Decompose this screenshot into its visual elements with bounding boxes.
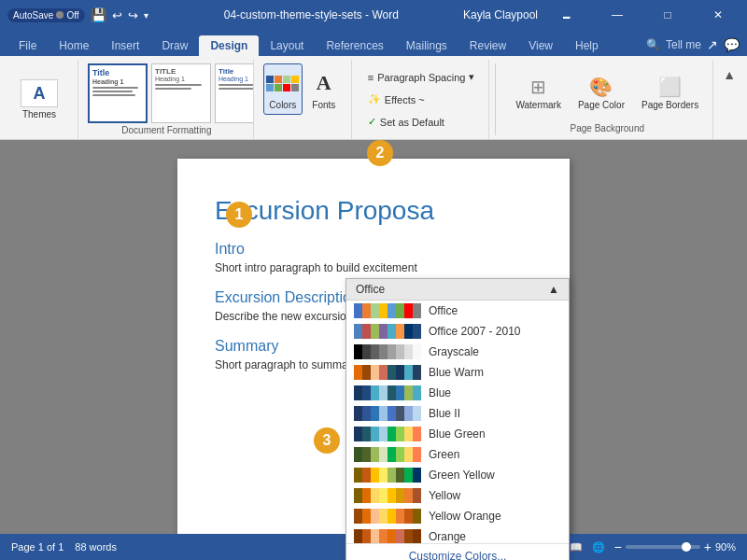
color-item-label: Office [429,304,458,317]
dropdown-header: Office ▲ [346,279,569,301]
dropdown-item-blue-warm[interactable]: Blue Warm [346,362,569,383]
autosave-dot [56,11,63,19]
zoom-control[interactable]: − + 90% [614,539,736,554]
paragraph-spacing-icon: ≡ [368,72,374,83]
zoom-out-btn[interactable]: − [614,539,622,554]
ribbon-divider [495,63,496,135]
dropdown-item-orange[interactable]: Orange [346,526,569,543]
page-borders-label: Page Borders [641,100,698,110]
color-item-label: Green [429,448,459,461]
color-strip [354,468,421,483]
undo-icon[interactable]: ↩ [112,8,122,22]
step-1-circle: 1 [226,202,252,228]
save-icon[interactable]: 💾 [91,7,106,22]
title-bar: AutoSave Off 💾 ↩ ↪ ▾ 04-custom-theme-sty… [0,0,747,30]
page-info: Page 1 of 1 [11,541,63,553]
dropdown-item-green[interactable]: Green [346,444,569,465]
search-icon[interactable]: 🔍 [646,38,660,51]
themes-icon: A [21,79,58,107]
minimize-btn[interactable]: — [596,0,639,30]
color-strip [354,427,421,441]
dropdown-item-office[interactable]: Office [346,301,569,321]
tab-draw[interactable]: Draw [150,35,199,56]
tab-insert[interactable]: Insert [100,35,150,56]
color-item-label: Yellow [429,489,460,502]
title-bar-right: Kayla Claypool 🗕 — □ ✕ [463,0,740,30]
fonts-label: Fonts [312,100,335,110]
step-3-circle: 3 [314,427,340,454]
share-icon[interactable]: ↗ [707,37,718,52]
document-area: 1 3 Excursion Proposa Intro Short intro … [0,140,747,560]
color-item-label: Blue Green [429,427,486,441]
color-item-label: Blue Warm [429,366,484,379]
dropdown-item-blue[interactable]: Blue [346,383,569,403]
format-thumb-2[interactable]: TITLE Heading 1 [151,63,211,123]
ribbon-collapse-btn[interactable]: 🗕 [545,0,588,30]
paragraph-spacing-button[interactable]: ≡ Paragraph Spacing ▾ [361,67,482,87]
dropdown-header-label: Office [356,283,385,296]
set-as-default-button[interactable]: ✓ Set as Default [361,112,482,132]
tab-view[interactable]: View [517,35,564,56]
tab-layout[interactable]: Layout [259,35,315,56]
color-strip [354,406,421,421]
tab-review[interactable]: Review [458,35,517,56]
redo-icon[interactable]: ↪ [128,8,138,22]
watermark-button[interactable]: ⊞ Watermark [509,71,568,115]
color-strip [354,488,421,503]
dropdown-item-yellow-orange[interactable]: Yellow Orange [346,506,569,526]
dropdown-item-grayscale[interactable]: Grayscale [346,342,569,362]
color-item-label: Blue [429,386,451,399]
format-thumb-3[interactable]: Title Heading 1 [215,63,254,123]
read-mode-icon[interactable]: 📖 [570,541,583,553]
status-left: Page 1 of 1 88 words [11,541,117,553]
theme-options-section: Colors A Fonts [256,60,352,139]
zoom-slider[interactable] [626,545,700,549]
color-item-label: Blue II [429,407,460,420]
maximize-btn[interactable]: □ [646,0,689,30]
format-thumb-1[interactable]: Title Heading 1 [88,63,148,123]
dropdown-item-blue-green[interactable]: Blue Green [346,424,569,444]
tab-file[interactable]: File [7,35,48,56]
tab-help[interactable]: Help [564,35,610,56]
color-item-label: Grayscale [429,345,479,358]
watermark-label: Watermark [515,100,561,110]
document-title: 04-custom-theme-style-sets - Word [224,8,399,21]
paragraph-spacing-label: Paragraph Spacing [377,72,465,83]
colors-button[interactable]: Colors [263,63,303,115]
tab-home[interactable]: Home [48,35,100,56]
page-color-label: Page Color [578,100,625,110]
page-color-button[interactable]: 🎨 Page Color [571,71,631,115]
close-btn[interactable]: ✕ [697,0,740,30]
dropdown-item-yellow[interactable]: Yellow [346,485,569,506]
autosave-toggle[interactable]: AutoSave Off [7,8,85,22]
paragraph-effects-section: ≡ Paragraph Spacing ▾ ✨ Effects ~ ✓ Set … [354,60,490,139]
tab-mailings[interactable]: Mailings [395,35,458,56]
autosave-label: AutoSave [13,10,53,21]
step-2-circle: 2 [367,140,393,166]
customize-colors-button[interactable]: Customize Colors... [346,543,569,560]
dropdown-collapse-arrow[interactable]: ▲ [548,283,559,296]
color-item-label: Office 2007 - 2010 [429,325,521,338]
colors-icon [268,68,298,98]
fonts-button[interactable]: A Fonts [304,63,344,115]
zoom-in-btn[interactable]: + [704,539,712,554]
dropdown-item-green-yellow[interactable]: Green Yellow [346,465,569,485]
tab-design[interactable]: Design [199,35,259,56]
page-borders-button[interactable]: ⬜ Page Borders [635,71,705,115]
web-layout-icon[interactable]: 🌐 [592,541,605,553]
doc-format-section: Title Heading 1 TITLE Heading 1 [80,60,254,139]
dropdown-item-office-2007---2010[interactable]: Office 2007 - 2010 [346,321,569,342]
dropdown-item-blue-ii[interactable]: Blue II [346,403,569,424]
more-qa-icon[interactable]: ▾ [144,10,148,21]
ribbon-collapse-arrow[interactable]: ▲ [719,63,740,86]
color-strip [354,385,421,400]
page-background-label: Page Background [571,123,645,135]
main-content: A Themes Title Heading 1 [0,56,747,560]
comment-icon[interactable]: 💬 [724,37,740,52]
effects-button[interactable]: ✨ Effects ~ [361,90,482,109]
tab-references[interactable]: References [315,35,394,56]
themes-section: A Themes [4,60,78,139]
tell-me[interactable]: Tell me [666,38,701,51]
ribbon-tabs: File Home Insert Draw Design Layout Refe… [0,30,747,56]
themes-button[interactable]: A Themes [11,73,67,127]
